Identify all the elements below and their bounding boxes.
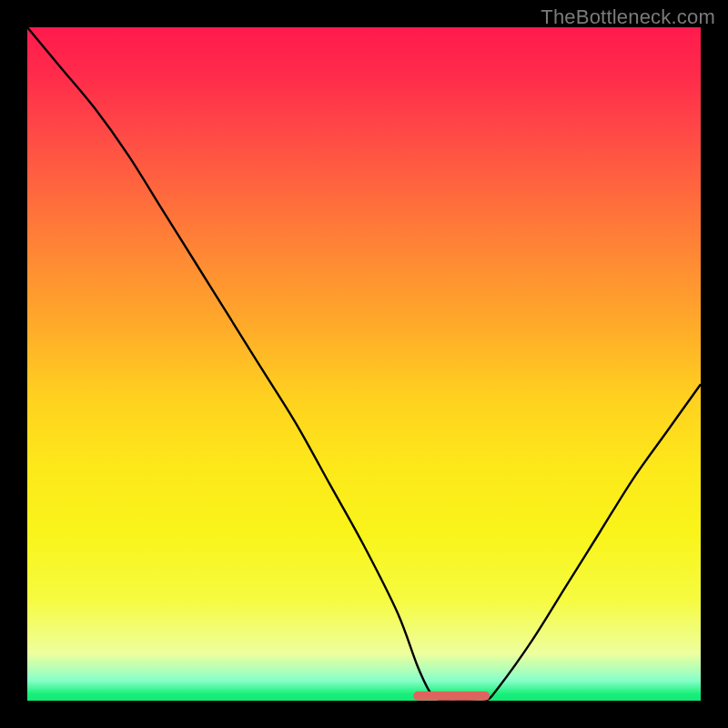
chart-svg: [27, 27, 701, 701]
watermark-text: TheBottleneck.com: [541, 5, 715, 29]
curve-line: [27, 27, 701, 702]
chart-plot-area: [27, 27, 701, 701]
